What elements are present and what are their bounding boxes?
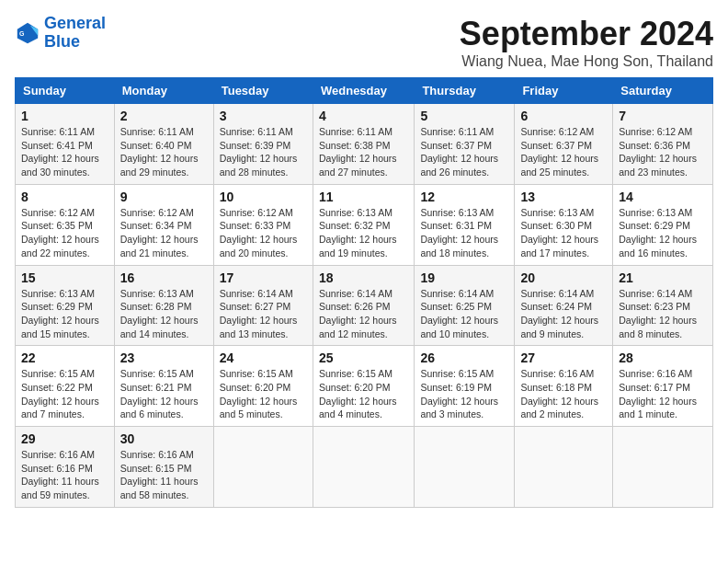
day-number: 20 (520, 270, 607, 285)
day-info: Sunrise: 6:15 AMSunset: 6:21 PMDaylight:… (120, 367, 208, 421)
day-number: 3 (220, 109, 307, 123)
header: G General Blue September 2024 Wiang Nuea… (15, 15, 713, 70)
day-cell: 1 Sunrise: 6:11 AMSunset: 6:41 PMDayligh… (16, 104, 115, 185)
day-info: Sunrise: 6:12 AMSunset: 6:34 PMDaylight:… (120, 206, 208, 260)
day-number: 23 (120, 350, 208, 365)
day-cell: 10 Sunrise: 6:12 AMSunset: 6:33 PMDaylig… (213, 184, 313, 265)
weekday-header-sunday: Sunday (16, 78, 115, 104)
day-cell: 24 Sunrise: 6:15 AMSunset: 6:20 PMDaylig… (213, 346, 313, 427)
weekday-header-tuesday: Tuesday (213, 78, 313, 104)
day-cell: 17 Sunrise: 6:14 AMSunset: 6:27 PMDaylig… (213, 265, 313, 346)
day-number: 28 (619, 350, 707, 365)
day-info: Sunrise: 6:15 AMSunset: 6:20 PMDaylight:… (319, 367, 408, 421)
day-cell: 23 Sunrise: 6:15 AMSunset: 6:21 PMDaylig… (114, 346, 213, 427)
day-cell: 22 Sunrise: 6:15 AMSunset: 6:22 PMDaylig… (16, 346, 115, 427)
day-cell: 12 Sunrise: 6:13 AMSunset: 6:31 PMDaylig… (415, 184, 515, 265)
day-number: 13 (520, 190, 607, 204)
day-number: 10 (220, 190, 307, 204)
day-info: Sunrise: 6:13 AMSunset: 6:28 PMDaylight:… (120, 287, 208, 341)
day-number: 27 (520, 350, 607, 365)
day-number: 24 (220, 350, 307, 365)
day-number: 12 (420, 190, 508, 204)
weekday-header-monday: Monday (114, 78, 213, 104)
day-info: Sunrise: 6:12 AMSunset: 6:37 PMDaylight:… (520, 125, 607, 179)
weekday-header-thursday: Thursday (415, 78, 515, 104)
day-info: Sunrise: 6:16 AMSunset: 6:18 PMDaylight:… (520, 367, 607, 421)
day-info: Sunrise: 6:11 AMSunset: 6:39 PMDaylight:… (220, 125, 307, 179)
day-cell: 14 Sunrise: 6:13 AMSunset: 6:29 PMDaylig… (613, 184, 713, 265)
day-cell: 7 Sunrise: 6:12 AMSunset: 6:36 PMDayligh… (613, 104, 713, 185)
day-info: Sunrise: 6:15 AMSunset: 6:19 PMDaylight:… (420, 367, 508, 421)
day-number: 1 (21, 109, 108, 123)
day-cell: 26 Sunrise: 6:15 AMSunset: 6:19 PMDaylig… (415, 346, 515, 427)
day-info: Sunrise: 6:12 AMSunset: 6:35 PMDaylight:… (21, 206, 108, 260)
month-title: September 2024 (460, 15, 713, 53)
day-cell: 13 Sunrise: 6:13 AMSunset: 6:30 PMDaylig… (515, 184, 613, 265)
day-number: 2 (120, 109, 208, 123)
day-cell: 5 Sunrise: 6:11 AMSunset: 6:37 PMDayligh… (415, 104, 515, 185)
week-row-5: 29 Sunrise: 6:16 AMSunset: 6:16 PMDaylig… (16, 427, 713, 508)
logo-icon: G (15, 20, 40, 46)
day-number: 15 (21, 270, 108, 285)
day-number: 4 (319, 109, 408, 123)
day-info: Sunrise: 6:12 AMSunset: 6:36 PMDaylight:… (619, 125, 707, 179)
weekday-header-friday: Friday (515, 78, 613, 104)
week-row-1: 1 Sunrise: 6:11 AMSunset: 6:41 PMDayligh… (16, 104, 713, 185)
day-info: Sunrise: 6:13 AMSunset: 6:29 PMDaylight:… (21, 287, 108, 341)
day-cell (613, 427, 713, 508)
day-number: 26 (420, 350, 508, 365)
day-info: Sunrise: 6:11 AMSunset: 6:41 PMDaylight:… (21, 125, 108, 179)
day-info: Sunrise: 6:11 AMSunset: 6:37 PMDaylight:… (420, 125, 508, 179)
day-cell: 28 Sunrise: 6:16 AMSunset: 6:17 PMDaylig… (613, 346, 713, 427)
day-number: 25 (319, 350, 408, 365)
day-cell (313, 427, 414, 508)
day-number: 22 (21, 350, 108, 365)
day-cell: 2 Sunrise: 6:11 AMSunset: 6:40 PMDayligh… (114, 104, 213, 185)
day-number: 19 (420, 270, 508, 285)
day-info: Sunrise: 6:16 AMSunset: 6:17 PMDaylight:… (619, 367, 707, 421)
day-number: 14 (619, 190, 707, 204)
calendar-table: SundayMondayTuesdayWednesdayThursdayFrid… (15, 77, 713, 508)
day-info: Sunrise: 6:14 AMSunset: 6:24 PMDaylight:… (520, 287, 607, 341)
day-number: 18 (319, 270, 408, 285)
day-number: 11 (319, 190, 408, 204)
day-cell: 20 Sunrise: 6:14 AMSunset: 6:24 PMDaylig… (515, 265, 613, 346)
day-cell (515, 427, 613, 508)
day-cell: 8 Sunrise: 6:12 AMSunset: 6:35 PMDayligh… (16, 184, 115, 265)
day-cell: 27 Sunrise: 6:16 AMSunset: 6:18 PMDaylig… (515, 346, 613, 427)
week-row-3: 15 Sunrise: 6:13 AMSunset: 6:29 PMDaylig… (16, 265, 713, 346)
day-cell (213, 427, 313, 508)
day-info: Sunrise: 6:14 AMSunset: 6:25 PMDaylight:… (420, 287, 508, 341)
day-info: Sunrise: 6:14 AMSunset: 6:23 PMDaylight:… (619, 287, 707, 341)
day-number: 17 (220, 270, 307, 285)
day-number: 29 (21, 431, 108, 446)
day-info: Sunrise: 6:13 AMSunset: 6:30 PMDaylight:… (520, 206, 607, 260)
svg-text:G: G (19, 30, 25, 37)
title-area: September 2024 Wiang Nuea, Mae Hong Son,… (460, 15, 713, 70)
day-info: Sunrise: 6:11 AMSunset: 6:40 PMDaylight:… (120, 125, 208, 179)
logo-text-line2: Blue (44, 33, 106, 52)
day-cell: 29 Sunrise: 6:16 AMSunset: 6:16 PMDaylig… (16, 427, 115, 508)
day-number: 8 (21, 190, 108, 204)
day-number: 16 (120, 270, 208, 285)
day-cell: 9 Sunrise: 6:12 AMSunset: 6:34 PMDayligh… (114, 184, 213, 265)
day-cell: 6 Sunrise: 6:12 AMSunset: 6:37 PMDayligh… (515, 104, 613, 185)
day-cell: 25 Sunrise: 6:15 AMSunset: 6:20 PMDaylig… (313, 346, 414, 427)
day-cell: 30 Sunrise: 6:16 AMSunset: 6:15 PMDaylig… (114, 427, 213, 508)
day-cell: 15 Sunrise: 6:13 AMSunset: 6:29 PMDaylig… (16, 265, 115, 346)
weekday-header-wednesday: Wednesday (313, 78, 414, 104)
day-number: 5 (420, 109, 508, 123)
day-number: 7 (619, 109, 707, 123)
location-title: Wiang Nuea, Mae Hong Son, Thailand (460, 53, 713, 70)
logo-text-line1: General (44, 15, 106, 33)
weekday-header-saturday: Saturday (613, 78, 713, 104)
day-info: Sunrise: 6:16 AMSunset: 6:16 PMDaylight:… (21, 448, 108, 502)
day-cell: 19 Sunrise: 6:14 AMSunset: 6:25 PMDaylig… (415, 265, 515, 346)
week-row-4: 22 Sunrise: 6:15 AMSunset: 6:22 PMDaylig… (16, 346, 713, 427)
day-cell (415, 427, 515, 508)
day-info: Sunrise: 6:15 AMSunset: 6:20 PMDaylight:… (220, 367, 307, 421)
day-cell: 4 Sunrise: 6:11 AMSunset: 6:38 PMDayligh… (313, 104, 414, 185)
day-cell: 21 Sunrise: 6:14 AMSunset: 6:23 PMDaylig… (613, 265, 713, 346)
day-number: 30 (120, 431, 208, 446)
day-info: Sunrise: 6:13 AMSunset: 6:29 PMDaylight:… (619, 206, 707, 260)
